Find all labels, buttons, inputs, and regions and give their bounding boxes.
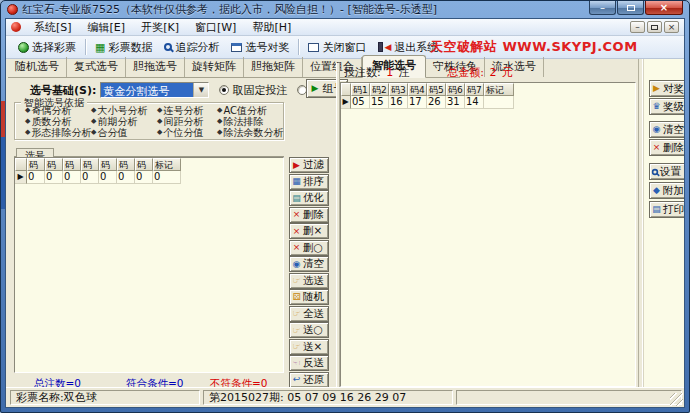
analysis-consecutive[interactable]: ◆连号分析	[157, 105, 217, 116]
table-row[interactable]: ▶ 0 0 0 0 0 0 0 0	[15, 171, 283, 184]
track-analysis-button[interactable]: 追踪分析	[158, 38, 225, 57]
bet-list[interactable]: 码1 码2 码3 码4 码5 码6 码7 标记 ▶ 05 15 16	[340, 82, 636, 387]
clear-icon: ◉	[291, 260, 302, 269]
random-button[interactable]: ⚄随机	[289, 289, 329, 305]
analysis-label: 除法余数分析	[223, 127, 283, 138]
button-label: 奖级	[663, 100, 684, 114]
button-label: 全送	[303, 307, 324, 321]
fixed-bet-radio[interactable]: 取固定投注	[219, 83, 287, 98]
tab-random-pick[interactable]: 随机选号	[8, 57, 67, 77]
settings-icon	[652, 168, 658, 174]
diamond-bullet-icon: ◆	[91, 105, 96, 116]
maximize-button[interactable]	[617, 1, 644, 15]
close-window-button[interactable]: 关闭窗口	[302, 38, 372, 57]
tab-multiple-pick[interactable]: 复式选号	[67, 57, 126, 77]
minimize-button[interactable]: –	[589, 1, 616, 15]
tab-rotation-matrix[interactable]: 旋转矩阵	[185, 57, 244, 77]
delete-button[interactable]: ×删除	[649, 139, 685, 156]
data-grid-icon: ▦	[95, 42, 105, 53]
tab-dantuo-pick[interactable]: 胆拖选号	[126, 57, 185, 77]
restore-button[interactable]: ↩还原	[289, 372, 329, 388]
cell	[484, 96, 514, 109]
analysis-odd-even[interactable]: ◆奇偶分析	[25, 105, 91, 116]
delete-button[interactable]: ×删除	[289, 207, 329, 223]
cell: 15	[370, 96, 389, 109]
analysis-remainder[interactable]: ◆除法余数分析	[217, 127, 289, 138]
diamond-bullet-icon: ◆	[217, 127, 222, 138]
analysis-ac-value[interactable]: ◆AC值分析	[217, 105, 289, 116]
send-selected-button[interactable]: ☞选送	[289, 273, 329, 289]
delete-icon: ×	[651, 143, 662, 152]
col-header: 码4	[408, 83, 427, 96]
analysis-label: 奇偶分析	[31, 105, 71, 116]
analysis-big-small[interactable]: ◆大小号分析	[91, 105, 157, 116]
bet-count-label: 投注数:	[344, 66, 381, 79]
menu-help[interactable]: 帮助[H]	[244, 19, 299, 36]
row-marker-icon: ▶	[15, 171, 27, 184]
close-button[interactable]: ×	[645, 1, 683, 15]
send-all-button[interactable]: ☞全送	[289, 306, 329, 322]
analysis-label: 前期分析	[97, 116, 137, 127]
delete-x-button[interactable]: ×删×	[289, 223, 329, 239]
select-lottery-button[interactable]: 选择彩票	[12, 38, 82, 57]
tab-dantuo-matrix[interactable]: 胆拖矩阵	[244, 57, 303, 77]
settings-button[interactable]: 设置	[649, 163, 685, 180]
lottery-ball-icon	[18, 42, 29, 53]
send-o-button[interactable]: ☞送○	[289, 322, 329, 338]
analysis-division-exclude[interactable]: ◆除法排除	[217, 116, 289, 127]
sort-button[interactable]: ▦排序	[289, 174, 329, 190]
button-label: 选送	[303, 274, 324, 288]
button-label: 清空	[303, 257, 324, 271]
diamond-bullet-icon: ◆	[91, 116, 96, 127]
window-check-icon	[231, 43, 242, 52]
bet-count-value: 1	[384, 66, 395, 79]
mdi-minimize-button[interactable]: –	[630, 21, 645, 33]
client-area: 系统[S] 编辑[E] 开奖[K] 窗口[W] 帮助[H] – × 选择彩票 ▦…	[5, 18, 685, 408]
analysis-sum-split[interactable]: ◆合分值	[91, 127, 157, 138]
analysis-label: 质数分析	[31, 116, 71, 127]
pick-number-list[interactable]: 码1 码2 码3 码4 码5 码6 码7 标记 ▶ 0 0 0 0	[14, 157, 284, 373]
exit-door-icon: ◀	[378, 42, 391, 52]
menu-draw[interactable]: 开奖[K]	[133, 19, 187, 36]
button-label: 选号对奖	[245, 40, 289, 55]
menu-system[interactable]: 系统[S]	[26, 19, 80, 36]
reverse-send-icon: ☜	[291, 359, 302, 368]
mdi-restore-button[interactable]	[647, 21, 662, 33]
attach-button[interactable]: ◆附加	[649, 182, 685, 199]
lottery-data-button[interactable]: ▦ 彩票数据	[89, 38, 158, 57]
window-controls: – ×	[588, 1, 683, 15]
pick-basis-dropdown[interactable]: 黄金分割选号 ▼	[100, 82, 209, 98]
mdi-close-button[interactable]: ×	[664, 21, 679, 33]
resize-grip[interactable]	[670, 393, 683, 406]
analysis-pattern-exclude[interactable]: ◆形态排除分析	[25, 127, 91, 138]
row-marker-icon: ▶	[341, 96, 351, 109]
optimize-button[interactable]: ▤优化	[289, 190, 329, 206]
action-column: ▶对奖 ♛奖级 ◉清空 ×删除 设置 ◆附加 ▤打印	[643, 59, 684, 387]
analysis-gap[interactable]: ◆间距分析	[157, 116, 217, 127]
col-header: 码3	[389, 83, 408, 96]
table-header-row: 码1 码2 码3 码4 码5 码6 码7 标记	[15, 158, 283, 171]
button-label: 还原	[303, 373, 324, 387]
check-prize-button[interactable]: ▶对奖	[649, 80, 685, 97]
col-header: 标记	[484, 83, 514, 96]
print-button[interactable]: ▤打印	[649, 201, 685, 218]
menu-edit[interactable]: 编辑[E]	[80, 19, 134, 36]
analysis-units-digit[interactable]: ◆个位分值	[157, 127, 217, 138]
filter-button[interactable]: ▶过滤	[289, 157, 329, 173]
send-x-button[interactable]: ☞送×	[289, 339, 329, 355]
delete-o-button[interactable]: ×删○	[289, 240, 329, 256]
restore-icon: ↩	[291, 375, 302, 384]
reverse-send-button[interactable]: ☜反送	[289, 355, 329, 371]
clear-button[interactable]: ◉清空	[289, 256, 329, 272]
titlebar[interactable]: 红宝石-专业版7525（本软件仅供参考，据此入市，风险自担！）- [智能选号-乐…	[1, 1, 689, 18]
prize-level-button[interactable]: ♛奖级	[649, 98, 685, 115]
diamond-bullet-icon: ◆	[25, 127, 30, 138]
check-prize-button[interactable]: 选号对奖	[225, 38, 295, 57]
chevron-down-icon[interactable]: ▼	[193, 83, 208, 97]
analysis-prime[interactable]: ◆质数分析	[25, 116, 91, 127]
analysis-previous[interactable]: ◆前期分析	[91, 116, 157, 127]
clear-button[interactable]: ◉清空	[649, 121, 685, 138]
menu-window[interactable]: 窗口[W]	[187, 19, 244, 36]
table-row[interactable]: ▶ 05 15 16 17 26 31 14	[341, 96, 635, 109]
button-label: 删○	[303, 241, 323, 255]
